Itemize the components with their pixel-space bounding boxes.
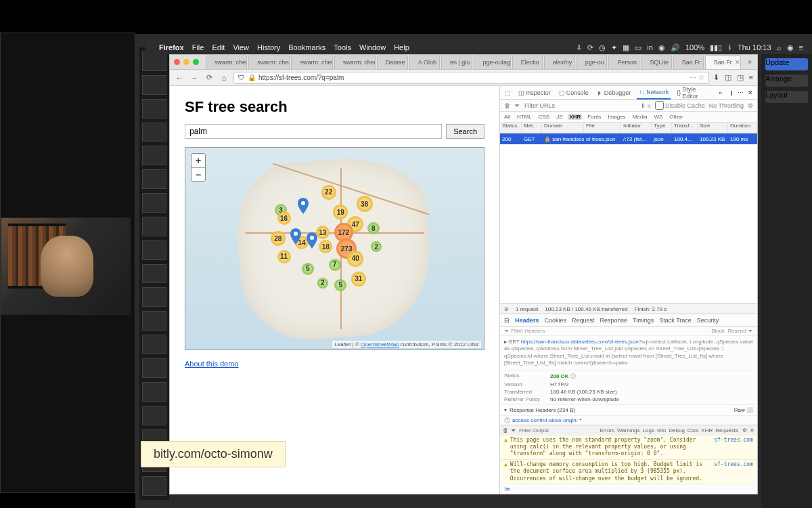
console-chip-css[interactable]: CSS (686, 427, 700, 433)
browser-tab[interactable]: Person (608, 56, 639, 69)
warning-source-link[interactable]: sf-trees.com (714, 437, 753, 458)
map-cluster[interactable]: 22 (321, 185, 336, 200)
detail-tab-response[interactable]: Response (600, 317, 628, 324)
console-chip-errors[interactable]: Errors (598, 427, 616, 433)
tab-style-editor[interactable]: {} Style Editor (675, 86, 715, 100)
search-input[interactable] (185, 124, 442, 139)
type-filter-other[interactable]: Other (668, 114, 684, 120)
tab-network[interactable]: ↑↓ Network (637, 86, 671, 100)
detail-tab-security[interactable]: Security (697, 317, 719, 324)
devtools-tabs[interactable]: ⬚ ◫ Inspector ▢ Console ⏵ Debugger ↑↓ Ne… (500, 86, 757, 100)
menu-history[interactable]: History (257, 43, 280, 51)
type-filter-ws[interactable]: WS (652, 114, 664, 120)
console-chip-requests[interactable]: Requests (714, 427, 740, 433)
console-close-icon[interactable]: ✕ (750, 427, 754, 433)
response-headers-toggle[interactable]: ▾Response Headers (234 B) Raw ⬜ (500, 405, 757, 416)
extension-icon[interactable]: ◳ (737, 73, 744, 82)
address-bar[interactable]: 🛡 🔒 https://sf-trees.com/?q=palm ⋯ ☆ (233, 72, 709, 84)
linkedin-icon[interactable]: in (647, 43, 653, 51)
new-tab-button[interactable]: + (742, 57, 757, 67)
arrange-tab[interactable]: Arrange (765, 75, 808, 87)
request-detail-tabs[interactable]: ⊟ Headers Cookies Request Response Timin… (500, 314, 757, 326)
warning-source-link[interactable]: sf-trees.com (714, 461, 753, 482)
menu-view[interactable]: View (233, 43, 249, 51)
map-pin[interactable] (298, 198, 309, 214)
tab-debugger[interactable]: ⏵ Debugger (595, 86, 633, 100)
about-demo-link[interactable]: About this demo (185, 360, 239, 368)
browser-tab[interactable]: Datase (377, 56, 408, 69)
disable-cache-checkbox[interactable] (655, 101, 664, 110)
throttling-select[interactable]: No Throttling (709, 102, 744, 109)
console-chip-xhr[interactable]: XHR (700, 427, 714, 433)
browser-tab[interactable]: swarm: chec (206, 56, 247, 69)
pick-element-icon[interactable]: ⬚ (504, 89, 512, 97)
zoom-out-button[interactable]: − (191, 167, 205, 181)
map-cluster[interactable]: 28 (271, 231, 286, 246)
tracking-shield-icon[interactable]: 🛡 (238, 74, 245, 81)
responsive-icon[interactable]: ⫿ (730, 89, 734, 96)
browser-tab[interactable]: swarm: chec (291, 56, 332, 69)
zoom-in-button[interactable]: + (191, 154, 205, 167)
console-trash-icon[interactable]: 🗑 (503, 427, 508, 433)
detail-tab-timings[interactable]: Timings (633, 317, 654, 324)
map-cluster[interactable]: 31 (351, 272, 366, 287)
menu-edit[interactable]: Edit (212, 43, 225, 51)
zoom-window-icon[interactable] (193, 59, 199, 65)
map-pin[interactable] (307, 232, 317, 249)
type-filter-fonts[interactable]: Fonts (586, 114, 602, 120)
block-button[interactable]: Block (711, 328, 725, 334)
detail-tab-stack[interactable]: Stack Trace (659, 317, 692, 324)
tab-console[interactable]: ▢ Console (557, 86, 591, 100)
browser-tab[interactable]: San Fr✕ (705, 56, 741, 69)
clock[interactable]: Thu 10:13 (738, 43, 771, 51)
app-name[interactable]: Firefox (159, 43, 184, 51)
map-cluster[interactable]: 5 (302, 263, 314, 275)
volume-icon[interactable]: 🔊 (671, 43, 680, 52)
map-cluster[interactable]: 11 (277, 250, 291, 263)
network-request-row[interactable]: 200 GET 🔒 san-francisco... sf-trees.json… (500, 133, 757, 144)
search-icon[interactable]: ⌕ (777, 43, 782, 51)
details-back-icon[interactable]: ⊟ (504, 317, 510, 324)
browser-tab[interactable]: A Glob (409, 56, 440, 69)
browser-tab[interactable]: swarm: chec (334, 56, 376, 69)
display-icon[interactable]: ▭ (635, 43, 641, 52)
request-type-filter[interactable]: AllHTMLCSSJSXHRFontsImagesMediaWSOther (500, 112, 757, 123)
grid-icon[interactable]: ▦ (623, 43, 629, 52)
close-window-icon[interactable] (174, 59, 180, 65)
map-cluster[interactable]: 7 (329, 259, 341, 271)
osm-link[interactable]: OpenStreetMap (361, 341, 399, 347)
tab-strip[interactable]: swarm: checswarm: checswarm: checswarm: … (170, 55, 757, 70)
map-cluster[interactable]: 8 (367, 222, 380, 234)
minimize-window-icon[interactable] (183, 59, 189, 65)
type-filter-html[interactable]: HTML (516, 114, 533, 120)
menu-window[interactable]: Window (359, 43, 386, 51)
type-filter-js[interactable]: JS (555, 114, 564, 120)
evernote-icon[interactable]: ✦ (611, 43, 617, 52)
menu-file[interactable]: File (192, 43, 204, 51)
close-devtools-icon[interactable]: ✕ (748, 89, 753, 96)
detail-tab-request[interactable]: Request (572, 317, 595, 324)
detail-tab-cookies[interactable]: Cookies (545, 317, 567, 324)
browser-tab[interactable]: alex/ny (544, 56, 575, 69)
console-drawer-toolbar[interactable]: 🗑 ⏷ ErrorsWarningsLogsInfoDebugCSSXHRReq… (500, 425, 757, 436)
sync-icon[interactable]: ⟳ (587, 43, 593, 52)
har-settings-icon[interactable]: ⚙ (748, 102, 753, 109)
overflow-tabs-icon[interactable]: » (719, 89, 722, 96)
console-filter-input[interactable] (519, 427, 590, 433)
browser-tab[interactable]: pge-ou (577, 56, 608, 69)
type-filter-css[interactable]: CSS (537, 114, 551, 120)
map-pin[interactable] (290, 228, 301, 245)
console-chip-debug[interactable]: Debug (667, 427, 686, 433)
console-chip-info[interactable]: Info (656, 427, 667, 433)
menu-help[interactable]: Help (394, 43, 409, 51)
leaflet-map[interactable]: + − 223831619471317282814182732114075253… (185, 147, 484, 350)
forward-button[interactable]: → (189, 72, 200, 83)
browser-tab[interactable]: swarm: chec (248, 56, 290, 69)
type-filter-media[interactable]: Media (631, 114, 649, 120)
siri-icon[interactable]: ◉ (787, 43, 794, 52)
filter-headers-input[interactable]: Filter Headers (511, 328, 545, 334)
zoom-control[interactable]: + − (191, 153, 206, 182)
console-settings-icon[interactable]: ⚙ (742, 427, 747, 433)
console-chip-warnings[interactable]: Warnings (616, 427, 641, 433)
console-chip-logs[interactable]: Logs (641, 427, 656, 433)
